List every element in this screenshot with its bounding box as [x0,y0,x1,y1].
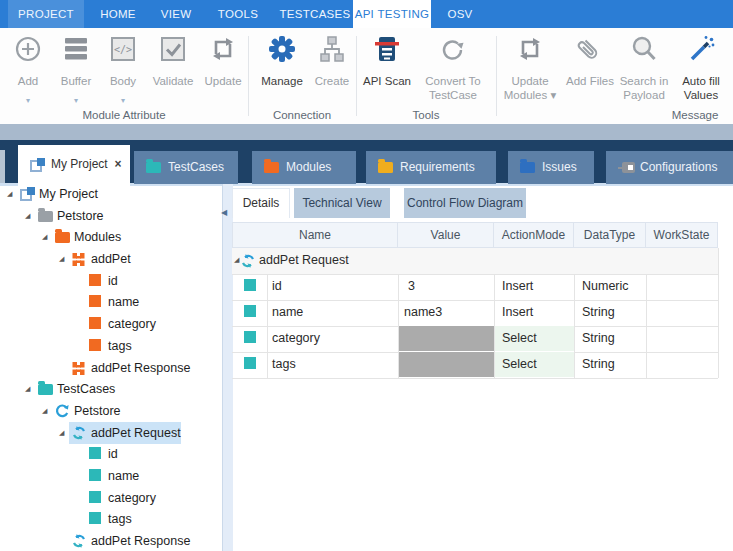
button-label: Search in [618,74,670,88]
ribbon-lower-band [0,124,733,140]
tab-requirements[interactable]: Requirements [366,151,496,184]
group-label-message: Message [660,108,730,122]
column-header-actionmode[interactable]: ActionMode [494,222,574,248]
expander-icon[interactable]: ◢ [59,255,64,263]
tab-scroll-stub[interactable] [0,150,5,184]
tab-testcases[interactable]: TestCases [134,151,238,184]
cell-datatype[interactable]: String [582,300,615,326]
menu-home[interactable]: HOME [96,0,140,28]
attribute-icon [89,274,101,286]
cell-value[interactable]: name3 [404,300,442,326]
grid-row-tags[interactable]: tags Select String [232,352,718,379]
tab-modules[interactable]: Modules [252,151,356,184]
menu-tools[interactable]: TOOLS [212,0,264,28]
tree-item-label: Modules [74,226,121,248]
tree-item-label: Petstore [57,205,104,227]
folder-icon [378,162,393,173]
collapse-left-icon[interactable]: ◀ [221,208,227,217]
tab-control-flow-diagram[interactable]: Control Flow Diagram [404,188,526,218]
tree-item-attribute[interactable]: name [0,465,222,487]
tab-issues[interactable]: Issues [508,151,594,184]
grid-group-row[interactable]: ◢ addPet Request [232,248,718,275]
tree-item-addpet[interactable]: ◢ addPet [0,248,222,270]
tree-item-testcases[interactable]: ◢ TestCases [0,378,222,400]
menu-api-testing[interactable]: API TESTING [353,0,431,28]
expander-icon[interactable]: ◢ [59,429,64,437]
cell-actionmode[interactable]: Insert [502,300,533,326]
cell-datatype[interactable]: String [582,352,615,378]
cell-name: id [272,274,282,300]
column-header-datatype[interactable]: DataType [574,222,646,248]
add-files-button[interactable]: Add Files [562,28,618,124]
tree-item-label: Petstore [74,400,121,422]
tree-item-label: addPet [91,248,131,270]
add-circle-icon [13,34,43,64]
tree-item-attribute[interactable]: category [0,313,222,335]
tree-item-attribute[interactable]: tags [0,508,222,530]
update-modules-button[interactable]: Update Modules ▾ [500,28,560,124]
ribbon-separator [248,36,249,116]
tab-configurations[interactable]: Configurations [606,151,733,184]
attribute-icon [89,491,101,503]
tree-item-label: tags [108,508,132,530]
close-icon[interactable]: × [110,145,126,184]
tree-item-modules[interactable]: ◢ Modules [0,226,222,248]
expander-icon[interactable]: ◢ [42,407,47,415]
menu-view[interactable]: VIEW [154,0,198,28]
button-label: Add Files [562,74,618,88]
tree-item-label: category [108,313,156,335]
expander-icon[interactable]: ◢ [234,256,239,264]
tree-item-petstore-module[interactable]: ◢ Petstore [0,205,222,227]
button-label: Auto fill [672,74,730,88]
folder-icon [38,384,53,395]
tree-item-petstore-testcase[interactable]: ◢ Petstore [0,400,222,422]
folder-icon [520,162,535,173]
cell-datatype[interactable]: String [582,326,615,352]
expander-icon[interactable]: ◢ [25,385,30,393]
cell-actionmode[interactable]: Select [502,326,537,352]
cell-actionmode[interactable]: Select [502,352,537,378]
tree-item-attribute[interactable]: category [0,487,222,509]
project-icon [20,187,35,201]
convert-icon [438,34,468,64]
update-icon [515,34,545,64]
svg-text:</>: </> [114,44,132,55]
expander-icon[interactable]: ◢ [42,233,47,241]
validate-icon [158,34,188,64]
tree-item-addpet-request[interactable]: ◢ addPet Request [0,422,222,444]
menu-testcases[interactable]: TESTCASES [278,0,352,28]
tab-details[interactable]: Details [232,188,290,218]
buffer-icon [61,34,91,64]
tree-item-addpet-response-module[interactable]: addPet Response [0,357,222,379]
cell-datatype[interactable]: Numeric [582,274,629,300]
attribute-icon [89,339,101,351]
cell-value[interactable]: 3 [408,274,415,300]
menu-osv[interactable]: OSV [438,0,482,28]
chevron-down-icon[interactable]: ▾ [6,96,50,105]
tree-item-attribute[interactable]: name [0,291,222,313]
tree-item-addpet-response-testcase[interactable]: addPet Response [0,530,222,551]
grid-row-category[interactable]: category Select String [232,326,718,353]
chevron-down-icon[interactable]: ▾ [102,96,144,105]
ribbon-separator [496,36,497,116]
tree-item-label: TestCases [57,378,115,400]
tab-technical-view[interactable]: Technical View [294,188,390,218]
tree-item-attribute[interactable]: id [0,443,222,465]
column-header-value[interactable]: Value [398,222,494,248]
expander-icon[interactable]: ◢ [7,190,12,198]
button-label: Convert To [414,74,492,88]
grid-row-name[interactable]: name name3 Insert String [232,300,718,327]
expander-icon[interactable]: ◢ [25,212,30,220]
cell-actionmode[interactable]: Insert [502,274,533,300]
folder-icon [146,162,161,173]
tree-item-attribute[interactable]: id [0,270,222,292]
button-label: Buffer [52,74,100,88]
column-header-name[interactable]: Name [232,222,398,248]
menu-project[interactable]: PROJECT [8,0,84,28]
tree-item-attribute[interactable]: tags [0,335,222,357]
button-label: Validate [146,74,200,88]
tab-my-project[interactable]: My Project × [18,145,130,187]
chevron-down-icon[interactable]: ▾ [52,96,100,105]
grid-row-id[interactable]: id 3 Insert Numeric [232,274,718,301]
column-header-workstate[interactable]: WorkState [646,222,718,248]
